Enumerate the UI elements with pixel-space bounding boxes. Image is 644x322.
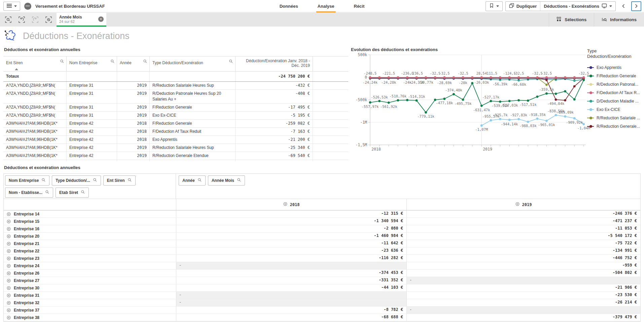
table-cell[interactable]: -152 982 € — [236, 160, 313, 161]
table-cell[interactable]: 2019 — [117, 152, 150, 160]
table-cell[interactable]: A?ZA,YNDD,[Z8A9;;MF$N( — [3, 104, 67, 111]
table-cell[interactable]: 2018 — [117, 128, 150, 135]
pivot-row-label[interactable]: Entreprise 14 — [4, 210, 176, 217]
table-cell[interactable]: R/Reduction Generale Etendue — [150, 152, 236, 160]
expand-icon[interactable] — [7, 279, 11, 283]
column-header-annee[interactable]: Année — [117, 56, 150, 71]
table-cell[interactable]: -17 495 € — [236, 104, 313, 111]
search-icon[interactable] — [143, 59, 147, 65]
table-cell[interactable]: Entreprise 31 — [67, 82, 117, 89]
pivot-header-2018[interactable]: 2018 — [176, 199, 406, 210]
expand-icon[interactable] — [7, 293, 11, 297]
pivot-row-label[interactable]: Entreprise 20 — [4, 233, 176, 240]
table-cell[interactable]: A?ZA,YNDD,[Z8A9;;MF$N( — [3, 90, 67, 103]
expand-icon[interactable] — [7, 234, 11, 238]
table-cell[interactable]: -5 195 € — [236, 112, 313, 119]
table-cell[interactable]: Entreprise 42 — [67, 120, 117, 127]
informations-button[interactable]: Informations — [594, 13, 644, 27]
bookmark-button[interactable] — [486, 2, 502, 11]
clear-selection-icon[interactable]: ✕ — [98, 16, 104, 22]
column-header-nom-entreprise[interactable]: Nom Entreprise — [67, 56, 117, 71]
filter-button-nom-etablisse[interactable]: Nom - Etablisse... — [5, 188, 53, 198]
table-cell[interactable]: F/Reduction Generale — [150, 120, 236, 127]
table-cell[interactable]: 2019 — [117, 104, 150, 111]
tab-analyse[interactable]: Analyse — [318, 0, 334, 12]
filter-button-ann-e[interactable]: Année — [179, 175, 206, 186]
table-row[interactable]: A3W%I4/#J?AM,96HDB(1K*Entreprise 422018F… — [3, 128, 348, 136]
pivot-row-label[interactable]: Entreprise 24 — [4, 262, 176, 269]
expand-icon[interactable] — [7, 256, 11, 260]
table-cell[interactable]: A3W%I4/#J?AM,96HDB(1K* — [3, 120, 67, 127]
expand-icon[interactable] — [7, 301, 11, 305]
table-cell[interactable]: A3W%I4/#J?AM,96HDB(1K* — [3, 128, 67, 135]
table-cell[interactable]: 2019 — [117, 82, 150, 89]
table-cell[interactable]: 2019 — [117, 144, 150, 152]
filter-button-nom-entreprise[interactable]: Nom Entreprise — [5, 175, 49, 186]
redo-selection-icon[interactable] — [29, 14, 41, 26]
column-header-ent-siren[interactable]: Ent Siren — [3, 56, 67, 71]
table-cell[interactable]: Entreprise 31 — [67, 104, 117, 111]
table-cell[interactable]: A3W%I4/#J?AM,96HDB(1K* — [3, 160, 67, 161]
pivot-row-label[interactable]: Entreprise 26 — [4, 270, 176, 277]
table-cell[interactable]: -432 € — [236, 82, 313, 89]
table-cell[interactable]: Entreprise 42 — [67, 128, 117, 135]
expand-icon[interactable] — [7, 308, 11, 312]
legend-item-exo-apprentis[interactable]: Exo Apprentis — [587, 63, 642, 72]
pivot-row-label[interactable]: Entreprise 21 — [4, 240, 176, 247]
sheet-selector[interactable]: Déductions - Exonérations — [540, 2, 615, 11]
pivot-row-label[interactable]: Entreprise 37 — [4, 307, 176, 314]
table-cell[interactable]: R/Reduction Salariale Heures Sup — [150, 82, 236, 89]
pivot-row-label[interactable]: Entreprise 27 — [4, 277, 176, 284]
pivot-row-label[interactable]: Entreprise 32 — [4, 299, 176, 306]
table-cell[interactable]: -408 € — [236, 90, 313, 103]
expand-icon[interactable] — [515, 202, 520, 207]
column-header-deduction-valeur[interactable]: Déduction/Exonération Janv. 2018 - Déc. … — [236, 56, 313, 71]
table-cell[interactable]: 2018 — [117, 120, 150, 127]
expand-icon[interactable] — [7, 316, 11, 320]
pivot-row-label[interactable]: Entreprise 38 — [4, 314, 176, 321]
legend-item-exo-ex-cice[interactable]: Exo Ex-CICE — [587, 105, 642, 114]
next-sheet-button[interactable] — [631, 1, 641, 11]
filter-button-ann-e-mois[interactable]: Année Mois — [208, 175, 245, 186]
legend-item-f-deduction-af-taux-r[interactable]: F/Deduction Af Taux R... — [587, 88, 642, 97]
table-cell[interactable]: F/Reduction Generale — [150, 160, 236, 161]
table-cell[interactable]: A?ZA,YNDD,[Z8A9;;MF$N( — [3, 112, 67, 119]
expand-icon[interactable] — [7, 212, 11, 216]
table-cell[interactable]: Exo Ex-CICE — [150, 112, 236, 119]
table-cell[interactable]: F/Deduction Af Taux Reduit — [150, 128, 236, 135]
tab-donn-es[interactable]: Données — [280, 0, 298, 12]
table-row[interactable]: A3W%I4/#J?AM,96HDB(1K*Entreprise 422019F… — [3, 160, 348, 161]
table-cell[interactable]: 2019 — [117, 90, 150, 103]
table-cell[interactable]: Entreprise 42 — [67, 136, 117, 144]
expand-icon[interactable] — [7, 286, 11, 290]
pivot-row-label[interactable]: Entreprise 31 — [4, 292, 176, 299]
table-cell[interactable]: -25 340 € — [236, 144, 313, 152]
table-row[interactable]: A?ZA,YNDD,[Z8A9;;MF$N(Entreprise 312019F… — [3, 104, 348, 112]
table-cell[interactable]: R/Reduction Salariale Heures Sup — [150, 144, 236, 152]
line-chart-plot[interactable]: 500k0-500k-1M-1,5M20182019-56,39k-66,68k… — [350, 54, 599, 155]
table-cell[interactable]: 2019 — [117, 112, 150, 119]
search-icon[interactable] — [60, 59, 64, 65]
pivot-row-label[interactable]: Entreprise 30 — [4, 284, 176, 291]
pivot-row-label[interactable]: Entreprise 23 — [4, 255, 176, 262]
table-cell[interactable]: Entreprise 31 — [67, 90, 117, 103]
table-cell[interactable]: A?ZA,YNDD,[Z8A9;;MF$N( — [3, 82, 67, 89]
table-cell[interactable]: -21 200 € — [236, 136, 313, 144]
pivot-row-label[interactable]: Entreprise 16 — [4, 225, 176, 232]
legend-item-r-reduction-generale[interactable]: R/Reduction Generale... — [587, 122, 642, 130]
pivot-header-2019[interactable]: 2019 — [406, 199, 640, 210]
expand-icon[interactable] — [7, 219, 11, 224]
expand-icon[interactable] — [7, 242, 11, 246]
column-header-type-deduction[interactable]: Type Déduction/Exonération — [150, 56, 236, 71]
expand-icon[interactable] — [283, 202, 287, 207]
smart-search-icon[interactable] — [2, 14, 14, 26]
table-row[interactable]: A3W%I4/#J?AM,96HDB(1K*Entreprise 422019R… — [3, 152, 348, 160]
expand-icon[interactable] — [7, 271, 11, 275]
table-cell[interactable]: 2019 — [117, 160, 150, 161]
table-cell[interactable]: Entreprise 42 — [67, 152, 117, 160]
expand-icon[interactable] — [7, 249, 11, 253]
previous-sheet-button[interactable] — [618, 1, 629, 11]
table-cell[interactable]: Entreprise 42 — [67, 144, 117, 152]
global-menu-button[interactable] — [3, 2, 20, 11]
search-icon[interactable] — [110, 59, 115, 65]
